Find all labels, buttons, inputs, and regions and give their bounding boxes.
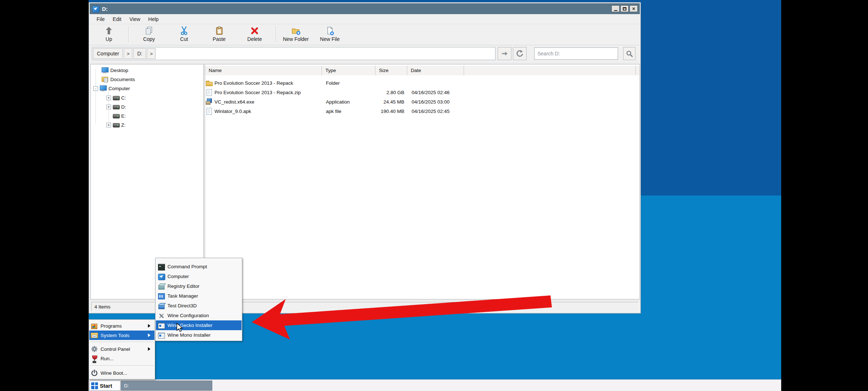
tree-item-drive-e[interactable]: E: [113, 112, 126, 120]
start-menu-item-control-panel[interactable]: Control Panel [89, 344, 154, 354]
new-folder-button[interactable]: New Folder [278, 25, 313, 44]
copy-button[interactable]: Copy [132, 25, 166, 44]
paste-button[interactable]: Paste [203, 25, 235, 44]
chevron-right-icon[interactable]: > [147, 48, 156, 59]
power-icon [91, 369, 98, 377]
column-header-type[interactable]: Type [322, 66, 375, 75]
submenu-item-command-prompt[interactable]: Command Prompt [156, 262, 242, 272]
new-file-button[interactable]: New File [315, 25, 345, 44]
start-label: Start [100, 383, 112, 389]
file-row[interactable]: Winlator_9.0.apk apk file 190.40 MB 04/1… [205, 106, 639, 116]
menu-edit[interactable]: Edit [109, 15, 125, 23]
gear-icon [91, 345, 98, 353]
file-row[interactable]: VC_redist.x64.exe Application 24.45 MB 0… [205, 97, 639, 106]
expand-box[interactable]: + [106, 96, 111, 100]
cut-button[interactable]: Cut [168, 25, 200, 44]
tree-item-drive-z[interactable]: + Z: [106, 121, 125, 129]
right-arrow-icon [501, 50, 509, 58]
up-arrow-icon [104, 26, 114, 35]
expand-box[interactable]: + [106, 105, 111, 109]
tree-label: Z: [121, 122, 125, 128]
start-menu-item-run[interactable]: Run... [89, 354, 154, 363]
submenu-item-computer[interactable]: Computer [156, 272, 242, 281]
application-icon [206, 98, 212, 105]
search-button[interactable] [623, 47, 635, 60]
start-menu: Programs System Tools Control Panel Run.… [89, 319, 155, 379]
status-panel-right [207, 302, 638, 311]
minimize-button[interactable] [612, 5, 620, 12]
title-bar[interactable]: D: × [90, 3, 640, 14]
up-button[interactable]: Up [97, 25, 121, 44]
menu-item-label: Control Panel [101, 346, 130, 352]
tree-label: E: [121, 113, 126, 119]
drive-icon [113, 122, 119, 128]
chevron-right-icon[interactable]: > [124, 48, 132, 59]
tree-item-computer[interactable]: - Computer [93, 84, 130, 93]
file-type: apk file [326, 106, 376, 116]
submenu-item-wine-mono-installer[interactable]: Wine Mono Installer [156, 330, 242, 340]
search-input[interactable] [534, 47, 618, 60]
submenu-item-registry-editor[interactable]: Registry Editor [156, 281, 242, 291]
menu-item-label: Registry Editor [167, 283, 200, 289]
breadcrumb-computer[interactable]: Computer [93, 48, 123, 59]
refresh-button[interactable] [513, 47, 527, 60]
tree-label: Computer [109, 86, 130, 91]
start-menu-item-wine-boot[interactable]: Wine Boot... [89, 368, 154, 378]
start-menu-item-programs[interactable]: Programs [89, 321, 154, 331]
expand-box[interactable]: + [106, 123, 111, 127]
menu-item-label: Programs [101, 323, 122, 329]
file-manager-app-icon [92, 5, 99, 12]
submenu-item-test-direct3d[interactable]: Test Direct3D [156, 301, 242, 311]
menu-view[interactable]: View [125, 15, 144, 23]
column-header-name[interactable]: Name [205, 66, 322, 75]
column-header-date[interactable]: Date [407, 66, 464, 75]
menu-item-label: Task Manager [167, 293, 198, 299]
menu-file[interactable]: File [93, 15, 109, 23]
monitor-icon [102, 67, 108, 73]
screen-root: D: × File Edit View Help Up Copy C [0, 0, 868, 391]
submenu-item-wine-configuration[interactable]: Wine Configuration [156, 311, 242, 320]
magnifier-icon [626, 50, 633, 58]
folder-icon [206, 80, 212, 86]
file-type: Application [326, 97, 376, 106]
menu-item-label: Test Direct3D [167, 303, 197, 308]
file-date: 04/16/2025 02:46 [412, 88, 466, 97]
tree-item-drive-c[interactable]: + C: [106, 93, 126, 102]
maximize-button[interactable] [621, 5, 629, 12]
minimize-icon [614, 10, 617, 11]
start-menu-item-system-tools[interactable]: System Tools [89, 331, 154, 340]
collapse-box[interactable]: - [93, 86, 98, 91]
go-button[interactable] [498, 47, 511, 60]
copy-icon [144, 26, 154, 35]
file-type: Folder [326, 78, 376, 88]
window-title: D: [102, 6, 108, 12]
menu-help[interactable]: Help [144, 15, 163, 23]
breadcrumb-drive-d[interactable]: D: [133, 48, 146, 59]
tree-item-documents[interactable]: Documents [102, 75, 135, 84]
file-date: 04/16/2025 03:00 [412, 97, 466, 106]
new-file-label: New File [320, 36, 340, 42]
column-header-size[interactable]: Size [375, 66, 407, 75]
tree-item-desktop[interactable]: Desktop [102, 66, 128, 75]
submenu-arrow-icon [148, 324, 152, 328]
delete-button[interactable]: Delete [238, 25, 271, 44]
column-header-end [636, 66, 639, 75]
file-row[interactable]: Pro Evolution Soccer 2013 - Repack.zip 2… [205, 88, 639, 97]
submenu-item-wine-gecko-installer[interactable]: Wine Gecko Installer [156, 320, 242, 330]
file-list: Name Type Size Date Pro Evolution Soccer… [205, 64, 640, 299]
menu-item-label: Computer [167, 274, 189, 279]
submenu-item-task-manager[interactable]: Task Manager [156, 291, 242, 301]
drive-icon [113, 104, 119, 110]
drive-icon [113, 113, 119, 119]
start-button[interactable]: Start [89, 381, 120, 391]
taskbar-task-d[interactable]: D: [121, 381, 212, 391]
folder-doc-icon [102, 76, 108, 83]
tree-label: C: [121, 95, 126, 101]
tree-item-drive-d[interactable]: + D: [106, 102, 126, 111]
address-field[interactable]: Computer > D: > [92, 47, 495, 60]
terminal-icon [158, 263, 165, 270]
monitor-icon [100, 85, 106, 92]
close-button[interactable]: × [630, 5, 638, 12]
menu-item-label: Wine Mono Installer [167, 332, 210, 338]
file-row[interactable]: Pro Evolution Soccer 2013 - Repack Folde… [205, 78, 639, 88]
